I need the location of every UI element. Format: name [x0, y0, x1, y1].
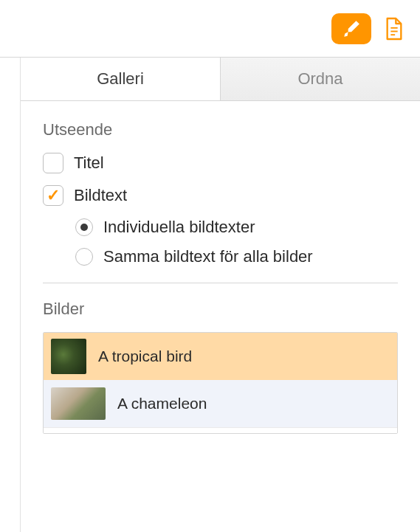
tab-gallery[interactable]: Galleri — [21, 58, 220, 100]
document-icon — [384, 16, 404, 41]
radio-same-label: Samma bildtext för alla bilder — [103, 247, 313, 266]
radio-same-row: Samma bildtext för alla bilder — [75, 247, 398, 266]
radio-same[interactable] — [75, 248, 93, 266]
title-label: Titel — [74, 153, 104, 173]
image-caption-label: A tropical bird — [98, 348, 192, 365]
images-title: Bilder — [43, 300, 398, 319]
radio-individual[interactable] — [75, 218, 93, 236]
caption-checkbox-row: Bildtext — [43, 185, 398, 206]
appearance-section: Utseende Titel Bildtext Individuella bil… — [21, 101, 420, 283]
images-list: A tropical bird A chameleon — [43, 332, 398, 434]
radio-individual-row: Individuella bildtexter — [75, 218, 398, 237]
content-wrapper: Galleri Ordna Utseende Titel Bildtext In… — [0, 58, 420, 532]
format-brush-button[interactable] — [331, 13, 371, 44]
brush-icon — [342, 19, 361, 38]
images-section: Bilder A tropical bird A chameleon — [21, 283, 420, 434]
inspector-panel: Galleri Ordna Utseende Titel Bildtext In… — [21, 58, 420, 532]
caption-checkbox[interactable] — [43, 185, 63, 206]
list-bottom-spacer — [44, 427, 397, 433]
image-caption-label: A chameleon — [117, 395, 207, 412]
caption-label: Bildtext — [74, 186, 127, 205]
title-checkbox-row: Titel — [43, 153, 398, 173]
list-item[interactable]: A chameleon — [44, 380, 397, 427]
appearance-title: Utseende — [43, 120, 398, 139]
list-item[interactable]: A tropical bird — [44, 333, 397, 380]
document-button[interactable] — [382, 14, 407, 44]
title-checkbox[interactable] — [43, 153, 63, 173]
tab-arrange[interactable]: Ordna — [220, 58, 420, 100]
thumbnail-image — [51, 339, 86, 374]
left-gutter — [0, 58, 21, 532]
caption-radio-group: Individuella bildtexter Samma bildtext f… — [75, 218, 398, 266]
radio-individual-label: Individuella bildtexter — [103, 218, 255, 237]
thumbnail-image — [51, 387, 106, 420]
toolbar — [0, 0, 420, 58]
tabs: Galleri Ordna — [21, 58, 420, 101]
